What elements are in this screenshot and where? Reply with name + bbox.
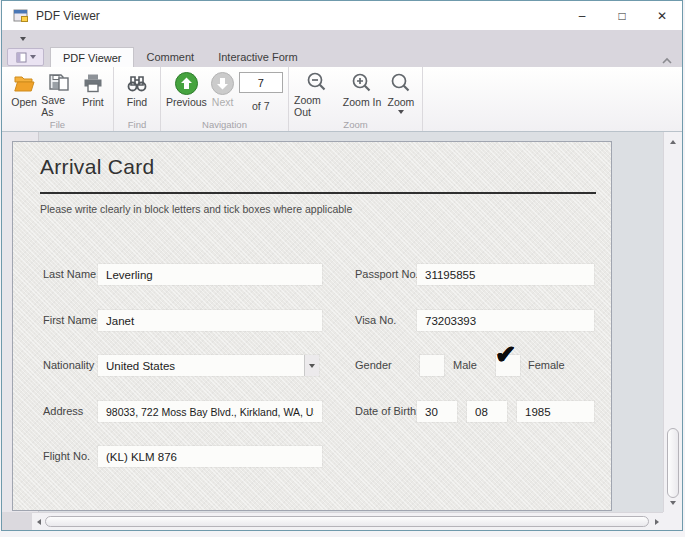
scroll-right-button[interactable] [650, 514, 663, 530]
binoculars-icon [124, 70, 150, 96]
ribbon-tabs: PDF Viewer Comment Interactive Form [50, 47, 310, 67]
ribbon-group-zoom: Zoom Out Zoom In [289, 67, 423, 131]
document-viewer: Arrival Card Please write clearly in blo… [2, 132, 682, 512]
window: PDF Viewer – □ ✕ PDF Viewer Comment Inte… [1, 0, 683, 531]
ribbon-group-file: Open Save As [2, 67, 114, 131]
qat-customize-button[interactable] [16, 33, 30, 44]
zoom-out-label: Zoom Out [294, 94, 339, 118]
first-name-field[interactable] [98, 310, 322, 331]
save-as-button[interactable]: Save As [41, 70, 76, 117]
nationality-combobox[interactable]: United States [98, 355, 319, 376]
printer-icon [80, 70, 106, 96]
triangle-down-icon [670, 501, 676, 505]
zoom-label: Zoom [388, 96, 415, 108]
minimize-button[interactable]: – [562, 1, 602, 30]
horizontal-scrollbar[interactable] [32, 512, 663, 530]
chevron-down-icon [30, 55, 36, 59]
arrow-down-circle-icon [210, 70, 236, 96]
chevron-down-icon [309, 364, 315, 368]
ribbon-tab-bar: PDF Viewer Comment Interactive Form [2, 47, 682, 67]
print-button[interactable]: Print [78, 70, 108, 117]
ribbon-collapse-button[interactable] [661, 52, 673, 62]
title-divider [40, 192, 596, 194]
visa-no-field[interactable] [417, 310, 594, 331]
tab-interactive-form[interactable]: Interactive Form [206, 47, 309, 67]
date-of-birth-label: Date of Birth [355, 401, 416, 422]
file-group-label: File [2, 119, 113, 130]
last-name-field[interactable] [98, 264, 322, 285]
ribbon-group-navigation: Previous Next of 7 Navigation [161, 67, 289, 131]
app-window-icon [13, 8, 29, 24]
next-label: Next [212, 96, 234, 108]
zoom-in-icon [349, 70, 375, 96]
folder-open-icon [11, 70, 37, 96]
previous-button[interactable]: Previous [166, 70, 207, 117]
find-button[interactable]: Find [119, 70, 155, 117]
save-as-icon [46, 70, 72, 94]
arrow-up-circle-icon [173, 70, 199, 96]
triangle-up-icon [670, 140, 676, 144]
open-label: Open [11, 96, 37, 108]
zoom-group-label: Zoom [289, 119, 422, 130]
dob-year-field[interactable] [517, 401, 594, 422]
layout-icon [16, 52, 27, 63]
title-bar: PDF Viewer – □ ✕ [2, 1, 682, 30]
tab-pdf-viewer[interactable]: PDF Viewer [50, 47, 134, 67]
document-subtitle: Please write clearly in block letters an… [40, 203, 352, 215]
vertical-scrollbar-thumb[interactable] [667, 428, 679, 498]
maximize-button[interactable]: □ [602, 1, 642, 30]
window-title: PDF Viewer [36, 9, 100, 23]
zoom-in-button[interactable]: Zoom In [341, 70, 383, 117]
pdf-page: Arrival Card Please write clearly in blo… [12, 141, 612, 511]
scroll-up-button[interactable] [664, 134, 682, 149]
zoom-out-icon [304, 70, 330, 94]
quick-access-toolbar [2, 30, 682, 47]
nationality-dropdown-button[interactable] [304, 355, 319, 376]
vertical-scrollbar[interactable] [663, 132, 682, 512]
first-name-label: First Name [43, 310, 97, 331]
triangle-right-icon [655, 519, 659, 525]
horizontal-scrollbar-thumb[interactable] [45, 516, 649, 527]
passport-no-label: Passport No. [355, 264, 419, 285]
print-label: Print [82, 96, 104, 108]
nationality-label: Nationality [43, 355, 94, 376]
address-field[interactable] [98, 401, 322, 422]
page-count-label: of 7 [252, 100, 270, 112]
tab-comment[interactable]: Comment [134, 47, 206, 67]
navigation-group-label: Navigation [161, 119, 288, 130]
save-as-label: Save As [41, 94, 76, 118]
open-button[interactable]: Open [9, 70, 39, 117]
find-label: Find [127, 96, 147, 108]
gender-male-checkbox[interactable] [420, 355, 444, 376]
scrollbar-corner-right [663, 512, 682, 530]
dob-day-field[interactable] [417, 401, 457, 422]
flight-no-label: Flight No. [43, 446, 90, 467]
zoom-out-button[interactable]: Zoom Out [294, 70, 339, 117]
flight-no-field[interactable] [98, 446, 322, 467]
page-number-input[interactable] [239, 72, 283, 93]
ribbon-application-button[interactable] [7, 48, 44, 66]
scrollbar-corner-left [2, 512, 32, 530]
zoom-dropdown-button[interactable]: Zoom [385, 70, 417, 117]
ribbon-group-find: Find Find [114, 67, 161, 131]
passport-no-field[interactable] [417, 264, 594, 285]
zoom-in-label: Zoom In [343, 96, 382, 108]
checkmark-icon: ✔ [495, 340, 516, 369]
dob-month-field[interactable] [467, 401, 507, 422]
chevron-up-icon [661, 56, 673, 66]
next-button[interactable]: Next [209, 70, 237, 117]
document-title: Arrival Card [40, 155, 154, 179]
window-controls: – □ ✕ [562, 1, 682, 30]
scroll-down-button[interactable] [664, 495, 682, 510]
find-group-label: Find [114, 119, 160, 130]
close-button[interactable]: ✕ [642, 1, 682, 30]
gender-label: Gender [355, 355, 392, 376]
ribbon-toolbar: Open Save As [2, 67, 682, 132]
triangle-left-icon [37, 519, 41, 525]
gender-male-label: Male [453, 355, 477, 376]
gender-female-label: Female [528, 355, 565, 376]
scroll-left-button[interactable] [32, 514, 45, 530]
magnifier-icon [388, 70, 414, 96]
last-name-label: Last Name [43, 264, 96, 285]
chevron-down-icon [398, 110, 404, 114]
